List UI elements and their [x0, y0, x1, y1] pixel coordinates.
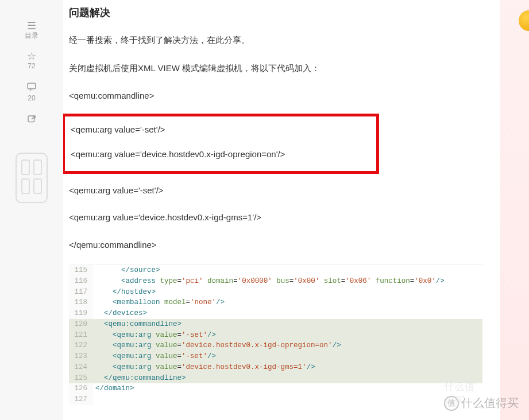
- code-snippet-line: <qemu:arg value='-set'/>: [69, 183, 482, 198]
- code-editor-line: 125 </qemu:commandline>: [69, 373, 482, 384]
- code-editor-line: 124 <qemu:arg value='device.hostdev0.x-i…: [69, 362, 482, 373]
- line-number: 118: [69, 297, 93, 308]
- code-content: <qemu:arg value='device.hostdev0.x-igd-g…: [93, 362, 482, 373]
- favorite-button[interactable]: ☆ 72: [18, 48, 45, 75]
- code-editor-line: 119 </devices>: [69, 308, 482, 319]
- line-number: 124: [69, 362, 93, 373]
- right-promo-panel: [500, 0, 529, 420]
- code-snippet-line: <qemu:arg value='device.hostdev0.x-igd-g…: [69, 210, 482, 225]
- code-content: <qemu:arg value='-set'/>: [93, 330, 482, 341]
- line-number: 122: [69, 340, 93, 351]
- star-icon: ☆: [18, 51, 45, 61]
- share-button[interactable]: [18, 111, 45, 132]
- left-rail: ☰ 目录 ☆ 72 20: [0, 0, 63, 420]
- code-editor-line: 118 <memballoon model='none'/>: [69, 297, 482, 308]
- code-editor-line: 126</domain>: [69, 383, 482, 394]
- list-icon: ☰: [18, 21, 45, 31]
- red-highlight-box: <qemu:arg value='-set'/> <qemu:arg value…: [63, 114, 379, 174]
- code-editor-line: 117 </hostdev>: [69, 287, 482, 298]
- comment-button[interactable]: 20: [18, 78, 45, 107]
- paragraph: 关闭虚拟机后使用XML VIEW 模式编辑虚拟机，将以下代码加入：: [69, 60, 482, 76]
- line-number: 125: [69, 373, 93, 384]
- code-content: </domain>: [93, 383, 482, 394]
- code-content: <address type='pci' domain='0x0000' bus=…: [93, 276, 482, 287]
- code-snippet-line: <qemu:arg value='-set'/>: [71, 122, 370, 137]
- code-editor-screenshot: 115 </source>116 <address type='pci' dom…: [69, 265, 482, 405]
- code-editor-line: 123 <qemu:arg value='-set'/>: [69, 351, 482, 362]
- line-number: 127: [69, 394, 93, 405]
- paragraph: 经一番搜索，终于找到了解决方法，在此分享。: [69, 32, 482, 48]
- code-content: </devices>: [93, 308, 482, 319]
- toc-label: 目录: [18, 32, 45, 40]
- line-number: 123: [69, 351, 93, 362]
- share-icon: [18, 114, 45, 126]
- line-number: 116: [69, 276, 93, 287]
- code-editor-line: 116 <address type='pci' domain='0x0000' …: [69, 276, 482, 287]
- line-number: 126: [69, 383, 93, 394]
- code-content: <qemu:arg value='-set'/>: [93, 351, 482, 362]
- code-content: [93, 394, 482, 405]
- line-number: 115: [69, 265, 93, 276]
- code-content: </source>: [93, 265, 482, 276]
- section-heading: 问题解决: [69, 6, 482, 20]
- code-snippet-line: <qemu:commandline>: [69, 88, 482, 103]
- code-content: <qemu:commandline>: [93, 319, 482, 330]
- code-content: <qemu:arg value='device.hostdev0.x-igd-o…: [93, 340, 482, 351]
- qr-phone-icon[interactable]: [16, 153, 48, 203]
- comment-count: 20: [18, 95, 45, 102]
- svg-rect-1: [28, 116, 34, 122]
- favorite-count: 72: [18, 63, 45, 70]
- line-number: 119: [69, 308, 93, 319]
- line-number: 117: [69, 287, 93, 298]
- code-content: <memballoon model='none'/>: [93, 297, 482, 308]
- code-editor-line: 122 <qemu:arg value='device.hostdev0.x-i…: [69, 340, 482, 351]
- code-content: </qemu:commandline>: [93, 373, 482, 384]
- comment-icon: [18, 81, 45, 94]
- code-editor-line: 115 </source>: [69, 265, 482, 276]
- code-content: </hostdev>: [93, 287, 482, 298]
- svg-rect-0: [28, 83, 36, 89]
- line-number: 120: [69, 319, 93, 330]
- code-snippet-line: <qemu:arg value='device.hostdev0.x-igd-o…: [71, 147, 370, 162]
- article-main: 问题解决 经一番搜索，终于找到了解决方法，在此分享。 关闭虚拟机后使用XML V…: [63, 0, 500, 420]
- line-number: 121: [69, 330, 93, 341]
- toc-button[interactable]: ☰ 目录: [18, 17, 45, 44]
- code-editor-line: 127: [69, 394, 482, 405]
- code-editor-line: 121 <qemu:arg value='-set'/>: [69, 330, 482, 341]
- code-snippet-line: </qemu:commandline>: [69, 238, 482, 252]
- code-editor-line: 120 <qemu:commandline>: [69, 319, 482, 330]
